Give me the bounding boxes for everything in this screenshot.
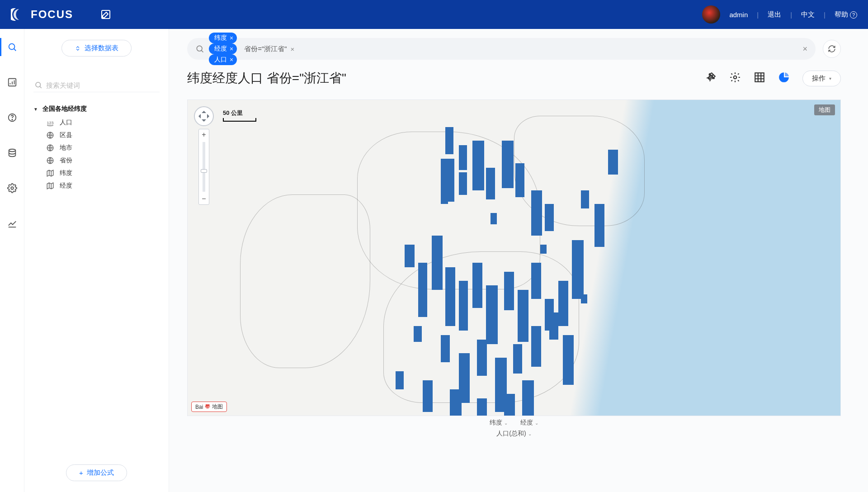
settings-button[interactable] [729,71,741,85]
pin-button[interactable] [705,71,717,85]
language-link[interactable]: 中文 [801,10,815,19]
sidebar-search[interactable] [33,78,160,92]
sidebar-search-input[interactable] [46,81,159,89]
axis-x1[interactable]: 纬度⌄ [490,419,508,427]
map-data-bar[interactable] [531,326,541,367]
map-data-bar[interactable] [459,145,467,170]
pan-up-icon[interactable] [202,109,206,113]
map-data-bar[interactable] [581,190,589,208]
map-data-bar[interactable] [486,285,498,344]
map-data-bar[interactable] [504,272,514,310]
map-data-bar[interactable] [540,245,547,254]
query-chip[interactable]: 经度× [209,43,237,54]
map-data-bar[interactable] [522,380,534,416]
username[interactable]: admin [729,11,748,19]
map-data-bar[interactable] [608,150,618,175]
logout-link[interactable]: 退出 [768,10,781,19]
map-data-bar[interactable] [549,312,558,340]
map-data-bar[interactable] [545,204,554,231]
close-icon[interactable]: × [230,45,233,52]
tree-root[interactable]: ▼ 全国各地经纬度 [33,105,160,113]
field-label: 纬度 [60,169,72,177]
query-bar[interactable]: 纬度×经度×人口× 省份="浙江省" × × [187,38,816,60]
map-data-bar[interactable] [432,236,443,290]
map-data-bar[interactable] [396,371,404,389]
field-item[interactable]: 经度 [33,182,160,190]
nav-dashboard[interactable] [0,73,24,91]
field-label: 经度 [60,182,72,190]
map-data-bar[interactable] [459,172,467,195]
pan-left-icon[interactable] [196,114,201,118]
map-data-bar[interactable] [441,190,448,204]
map-data-bar[interactable] [414,326,422,342]
map-data-bar[interactable] [518,290,528,342]
clear-query-button[interactable]: × [802,44,807,54]
map-visualization[interactable]: + − 50 公里 地图 Bai〠地图 [187,99,841,416]
map-data-bar[interactable] [486,168,495,199]
field-item[interactable]: 省份 [33,156,160,165]
map-data-bar[interactable] [504,394,515,416]
add-formula-button[interactable]: + 增加公式 [66,464,127,481]
axis-x2[interactable]: 经度⌄ [520,419,538,427]
map-data-bar[interactable] [572,240,584,299]
nav-help[interactable] [0,109,24,127]
map-data-bar[interactable] [472,141,484,190]
map-data-bar[interactable] [477,340,487,376]
operate-button[interactable]: 操作 ▾ [802,71,841,86]
zoom-out-button[interactable]: − [199,194,209,204]
map-data-bar[interactable] [472,263,482,308]
nav-data[interactable] [0,144,24,162]
query-chip[interactable]: 人口× [209,54,237,65]
map-data-bar[interactable] [450,389,462,416]
table-view-button[interactable] [754,71,765,85]
axis-labels: 纬度⌄ 经度⌄ [187,419,841,427]
map-data-bar[interactable] [477,398,487,416]
field-item[interactable]: 区县 [33,131,160,139]
map-data-bar[interactable] [418,263,427,317]
map-data-bar[interactable] [581,294,587,303]
nav-trend[interactable] [0,214,24,232]
pan-right-icon[interactable] [207,114,212,118]
svg-text:123: 123 [47,121,54,125]
map-data-bar[interactable] [594,204,604,247]
map-data-bar[interactable] [491,213,497,224]
chart-view-button[interactable] [778,71,790,85]
nav-search[interactable] [0,38,24,56]
map-data-bar[interactable] [513,344,522,374]
field-item[interactable]: 地市 [33,144,160,152]
map-data-bar[interactable] [531,263,541,299]
map-data-bar[interactable] [405,245,415,267]
map-data-bar[interactable] [563,335,574,385]
avatar[interactable] [702,5,720,24]
map-type-toggle[interactable]: 地图 [814,104,835,115]
help-link[interactable]: 帮助? [835,10,857,19]
map-pan-control[interactable] [194,106,214,126]
edit-icon[interactable] [100,9,111,20]
map-data-bar[interactable] [445,127,453,154]
map-data-bar[interactable] [531,190,542,236]
map-data-bar[interactable] [515,163,524,197]
close-icon[interactable]: × [291,45,295,53]
refresh-button[interactable] [823,40,841,58]
pan-down-icon[interactable] [202,119,206,124]
search-icon [34,81,42,89]
zoom-in-button[interactable]: + [199,129,209,140]
zoom-slider[interactable] [203,142,205,192]
map-data-bar[interactable] [459,281,468,331]
field-item[interactable]: 123人口 [33,118,160,127]
map-data-bar[interactable] [502,141,514,188]
close-icon[interactable]: × [230,56,233,63]
map-data-bar[interactable] [558,281,568,326]
select-table-button[interactable]: 选择数据表 [61,40,132,57]
query-filter-chip[interactable]: 省份="浙江省" × [241,45,294,53]
axis-y[interactable]: 人口(总和)⌄ [496,430,531,438]
map-data-bar[interactable] [423,380,433,412]
map-data-bar[interactable] [445,267,455,326]
query-chip[interactable]: 纬度× [209,33,237,43]
map-data-bar[interactable] [441,335,450,362]
zoom-handle[interactable] [201,169,207,173]
close-icon[interactable]: × [230,34,233,42]
brand: FOCUS [11,7,73,22]
field-item[interactable]: 纬度 [33,169,160,177]
nav-settings[interactable] [0,179,24,197]
